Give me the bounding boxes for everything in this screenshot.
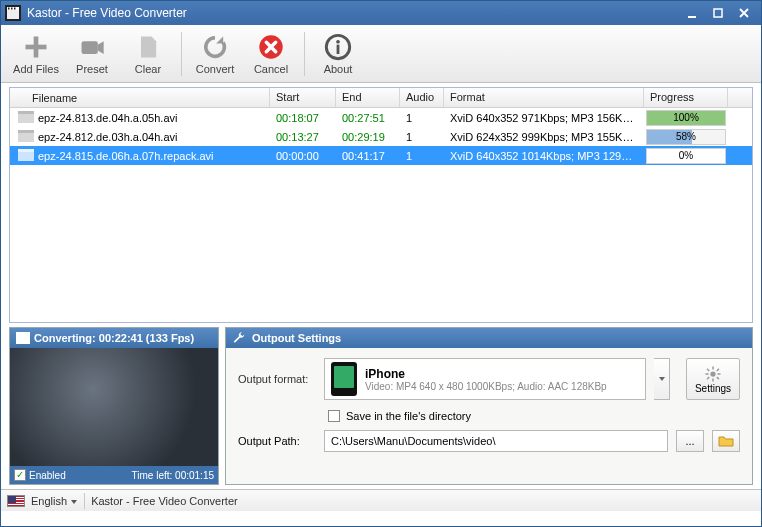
ellipsis-icon: ... — [685, 435, 694, 447]
start-cell: 00:13:27 — [270, 129, 336, 145]
svg-rect-19 — [18, 149, 34, 152]
file-list: Filename Start End Audio Format Progress… — [9, 87, 753, 323]
chevron-down-icon — [70, 498, 78, 506]
col-audio[interactable]: Audio — [400, 88, 444, 107]
gear-icon — [704, 365, 722, 383]
bottom-panels: Converting: 00:22:41 (133 Fps) ✓ Enabled… — [9, 327, 753, 485]
filename-cell: epz-24.813.de.04h.a.05h.avi — [38, 112, 177, 124]
minimize-button[interactable] — [679, 5, 705, 21]
status-separator — [84, 493, 85, 509]
output-format-selector[interactable]: iPhone Video: MP4 640 x 480 1000KBps; Au… — [324, 358, 646, 400]
format-cell: XviD 640x352 971Kbps; MP3 156Kbp... — [444, 110, 644, 126]
preview-title: Converting: 00:22:41 (133 Fps) — [34, 332, 194, 344]
filename-cell: epz-24.812.de.03h.a.04h.avi — [38, 131, 177, 143]
save-in-dir-label: Save in the file's directory — [346, 410, 471, 422]
svg-rect-9 — [82, 41, 98, 54]
status-appname: Kastor - Free Video Converter — [91, 495, 238, 507]
svg-rect-3 — [11, 8, 13, 10]
svg-rect-25 — [707, 368, 710, 371]
svg-rect-15 — [18, 111, 34, 114]
open-folder-button[interactable] — [712, 430, 740, 452]
page-icon — [134, 33, 162, 61]
video-file-icon — [18, 130, 34, 144]
convert-label: Convert — [196, 63, 235, 75]
flag-icon — [7, 495, 25, 507]
col-filename[interactable]: Filename — [10, 88, 270, 107]
output-format-label: Output format: — [238, 373, 316, 385]
output-path-label: Output Path: — [238, 435, 316, 447]
audio-cell: 1 — [400, 129, 444, 145]
cancel-button[interactable]: Cancel — [244, 28, 298, 80]
convert-button[interactable]: Convert — [188, 28, 242, 80]
preview-footer: ✓ Enabled Time left: 00:01:15 — [10, 466, 218, 484]
cancel-label: Cancel — [254, 63, 288, 75]
about-button[interactable]: About — [311, 28, 365, 80]
svg-rect-27 — [707, 376, 710, 379]
refresh-icon — [201, 33, 229, 61]
toolbar-separator — [181, 32, 182, 76]
format-name: iPhone — [365, 367, 607, 381]
svg-rect-2 — [8, 8, 10, 10]
svg-point-20 — [710, 371, 715, 376]
svg-rect-5 — [688, 16, 696, 18]
iphone-icon — [331, 362, 357, 396]
add-files-label: Add Files — [13, 63, 59, 75]
list-header: Filename Start End Audio Format Progress — [10, 88, 752, 108]
settings-header: Outpout Settings — [226, 328, 752, 348]
format-cell: XviD 624x352 999Kbps; MP3 155Kbp... — [444, 129, 644, 145]
table-row[interactable]: epz-24.812.de.03h.a.04h.avi00:13:2700:29… — [10, 127, 752, 146]
toolbar-separator — [304, 32, 305, 76]
language-selector[interactable]: English — [31, 495, 78, 507]
svg-rect-16 — [18, 132, 34, 142]
progress-cell: 100% — [644, 109, 728, 127]
output-settings-panel: Outpout Settings Output format: iPhone V… — [225, 327, 753, 485]
preset-label: Preset — [76, 63, 108, 75]
svg-rect-24 — [718, 373, 721, 375]
progress-cell: 58% — [644, 128, 728, 146]
plus-icon — [22, 33, 50, 61]
svg-rect-4 — [14, 8, 16, 10]
end-cell: 00:27:51 — [336, 110, 400, 126]
preview-header: Converting: 00:22:41 (133 Fps) — [10, 328, 218, 348]
progress-cell: 0% — [644, 147, 728, 165]
output-path-input[interactable] — [324, 430, 668, 452]
settings-button-label: Settings — [695, 383, 731, 394]
clapper-icon — [16, 332, 30, 344]
add-files-button[interactable]: Add Files — [9, 28, 63, 80]
svg-rect-28 — [716, 368, 719, 371]
end-cell: 00:41:17 — [336, 148, 400, 164]
table-row[interactable]: epz-24.813.de.04h.a.05h.avi00:18:0700:27… — [10, 108, 752, 127]
maximize-button[interactable] — [705, 5, 731, 21]
svg-rect-1 — [7, 10, 19, 19]
preset-button[interactable]: Preset — [65, 28, 119, 80]
col-end[interactable]: End — [336, 88, 400, 107]
format-dropdown-button[interactable] — [654, 358, 670, 400]
svg-rect-17 — [18, 130, 34, 133]
svg-rect-8 — [26, 44, 47, 49]
settings-title: Outpout Settings — [252, 332, 341, 344]
enabled-label: Enabled — [29, 470, 66, 481]
save-in-dir-checkbox[interactable]: ✓ — [328, 410, 340, 422]
video-file-icon — [18, 149, 34, 163]
settings-button[interactable]: Settings — [686, 358, 740, 400]
col-start[interactable]: Start — [270, 88, 336, 107]
clear-label: Clear — [135, 63, 161, 75]
table-row[interactable]: epz-24.815.de.06h.a.07h.repack.avi00:00:… — [10, 146, 752, 165]
clear-button[interactable]: Clear — [121, 28, 175, 80]
info-icon — [324, 33, 352, 61]
preview-enabled-toggle[interactable]: ✓ Enabled — [14, 469, 66, 481]
camera-icon — [78, 33, 106, 61]
browse-button[interactable]: ... — [676, 430, 704, 452]
svg-rect-6 — [714, 9, 722, 17]
preview-video — [10, 348, 218, 466]
main-toolbar: Add Files Preset Clear Convert Cancel Ab… — [1, 25, 761, 83]
col-progress[interactable]: Progress — [644, 88, 728, 107]
about-label: About — [324, 63, 353, 75]
svg-rect-26 — [716, 376, 719, 379]
audio-cell: 1 — [400, 110, 444, 126]
app-icon — [5, 5, 21, 21]
col-format[interactable]: Format — [444, 88, 644, 107]
folder-icon — [718, 434, 734, 448]
close-button[interactable] — [731, 5, 757, 21]
preview-panel: Converting: 00:22:41 (133 Fps) ✓ Enabled… — [9, 327, 219, 485]
